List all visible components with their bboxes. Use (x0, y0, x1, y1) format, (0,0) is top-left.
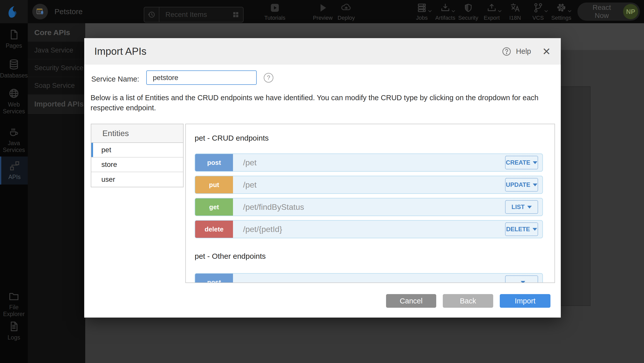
crud-type-dropdown[interactable]: CREATE (505, 156, 538, 169)
tutorials-label: Tutorials (264, 15, 285, 21)
grid-view-icon[interactable] (228, 11, 243, 18)
file-explorer-label: File Explorer (0, 304, 28, 318)
other-endpoints-heading: pet - Other endpoints (195, 252, 554, 261)
modal-header: Import APIs Help ✕ (84, 38, 561, 65)
project-name: Petstore (54, 7, 83, 16)
i18n-label: I18N (509, 15, 521, 21)
sidebar-item-apis[interactable]: APIs (0, 157, 28, 185)
method-badge-post: post (195, 154, 233, 171)
method-badge-post: post (195, 274, 233, 283)
method-badge-put: put (195, 176, 233, 193)
apis-services-panel: Core APIs Java Service Security Service … (28, 23, 85, 363)
crud-type-dropdown[interactable]: UPDATE (505, 178, 538, 192)
core-apis-header[interactable]: Core APIs (28, 23, 85, 42)
crud-type-dropdown[interactable] (505, 275, 538, 283)
entity-row-store[interactable]: store (91, 158, 183, 172)
help-button[interactable]: Help (501, 38, 531, 65)
settings-button[interactable]: Settings (545, 2, 578, 22)
pages-icon (8, 29, 20, 40)
crud-type-value: CREATE (506, 159, 530, 166)
endpoint-path: /pet (243, 176, 256, 193)
entity-row-pet[interactable]: pet (91, 143, 183, 158)
web-services-label: Web Services (0, 101, 28, 115)
modal-description: Below is a list of Entities and the CRUD… (91, 93, 558, 113)
help-question-icon (501, 46, 512, 57)
caret-down-icon (533, 184, 537, 186)
caret-down-icon (533, 228, 537, 231)
file-explorer-folder-icon (8, 290, 20, 302)
method-badge-get: get (195, 198, 233, 216)
service-name-help-icon[interactable]: ? (264, 73, 273, 83)
databases-icon (8, 59, 20, 70)
crud-type-value: UPDATE (506, 181, 530, 188)
service-item-java[interactable]: Java Service (28, 42, 85, 59)
endpoint-row-post-pet: post /pet CREATE (195, 153, 543, 172)
endpoint-row-partial: post (195, 273, 543, 283)
deploy-cloud-icon (340, 2, 352, 13)
preview-play-icon (317, 2, 328, 13)
top-bar: Petstore Recent Items (0, 0, 644, 23)
jobs-icon (417, 2, 427, 13)
sidebar-item-web-services[interactable]: Web Services (0, 88, 28, 115)
sidebar-item-databases[interactable]: Databases (0, 59, 28, 79)
endpoint-path: /pet/findByStatus (243, 198, 304, 216)
sidebar-item-file-explorer[interactable]: File Explorer (0, 290, 28, 318)
export-label: Export (484, 15, 500, 21)
java-services-cup-icon (8, 126, 20, 138)
pages-label: Pages (6, 42, 22, 49)
logs-label: Logs (8, 334, 20, 341)
caret-down-icon (521, 281, 525, 283)
service-item-security[interactable]: Security Service (28, 59, 85, 77)
sidebar-item-logs[interactable]: Logs (0, 321, 28, 341)
wavemaker-studio: Petstore Recent Items (0, 0, 644, 363)
help-label: Help (516, 47, 531, 56)
apis-label: APIs (8, 174, 21, 180)
endpoints-panel: pet - CRUD endpoints post /pet CREATE pu… (185, 124, 555, 283)
endpoint-row-put-pet: put /pet UPDATE (195, 176, 543, 194)
crud-endpoints-heading: pet - CRUD endpoints (195, 134, 554, 142)
sidebar-item-pages[interactable]: Pages (0, 29, 28, 49)
react-now-button[interactable]: React Now NP (577, 3, 640, 21)
wavemaker-logo-icon (5, 3, 22, 20)
service-name-label: Service Name: (91, 74, 139, 84)
databases-label: Databases (0, 72, 28, 79)
crud-type-dropdown[interactable]: LIST (505, 200, 538, 214)
security-shield-icon (463, 2, 473, 13)
entity-row-user[interactable]: user (91, 172, 183, 187)
chevron-down-icon (567, 10, 572, 13)
tutorials-button[interactable]: Tutorials (258, 2, 291, 22)
crud-type-value: DELETE (506, 226, 530, 233)
settings-gear-icon (556, 2, 567, 13)
left-sidebar: Pages Databases (0, 23, 28, 363)
cancel-button[interactable]: Cancel (386, 294, 436, 308)
project-switcher[interactable]: Petstore (32, 0, 83, 23)
vcs-branch-icon (533, 2, 543, 13)
jobs-label: Jobs (416, 15, 428, 21)
endpoint-path: /pet/{petId} (243, 221, 282, 238)
crud-endpoints-list: post /pet CREATE put /pet UPDATE (195, 153, 543, 238)
import-button[interactable]: Import (500, 294, 550, 308)
tutorials-icon (270, 2, 280, 13)
other-endpoints-list: post (195, 273, 543, 283)
modal-title: Import APIs (94, 38, 147, 65)
i18n-translate-icon (510, 2, 521, 13)
service-item-soap[interactable]: Soap Service (28, 77, 85, 95)
imported-apis-header[interactable]: Imported APIs (28, 95, 85, 114)
history-icon (144, 7, 159, 22)
react-now-label: React Now (585, 4, 619, 20)
brand-logo[interactable] (0, 0, 28, 23)
service-name-input[interactable] (146, 70, 257, 85)
deploy-label: Deploy (338, 15, 355, 21)
crud-type-dropdown[interactable]: DELETE (505, 222, 538, 236)
user-avatar[interactable]: NP (623, 4, 638, 19)
deploy-button[interactable]: Deploy (330, 2, 363, 22)
recent-items-search[interactable]: Recent Items (144, 7, 244, 22)
vcs-label: VCS (532, 15, 544, 21)
apis-icon (9, 160, 20, 172)
endpoint-path: /pet (243, 154, 256, 171)
java-services-label: Java Services (0, 140, 28, 153)
back-button[interactable]: Back (443, 294, 493, 308)
close-icon[interactable]: ✕ (542, 38, 551, 65)
endpoint-row-delete-petid: delete /pet/{petId} DELETE (195, 220, 543, 238)
sidebar-item-java-services[interactable]: Java Services (0, 126, 28, 153)
